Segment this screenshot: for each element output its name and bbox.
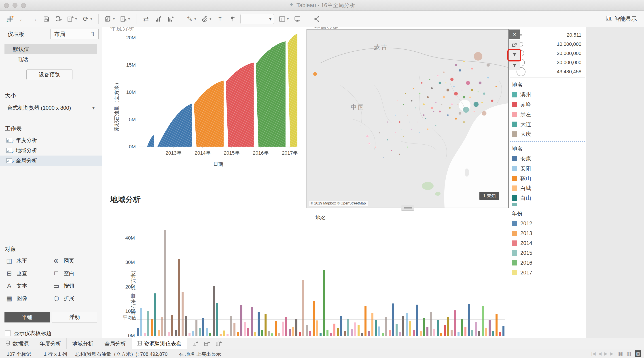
new-datasource-button[interactable] [53,13,64,25]
map-bubble-mark[interactable] [391,150,392,151]
map-bubble-mark[interactable] [422,103,425,105]
bar-mark[interactable] [196,320,198,336]
map-bubble-mark[interactable] [368,142,370,145]
redo-button[interactable]: → [28,13,40,25]
bar-mark[interactable] [396,324,398,336]
bar-mark[interactable] [382,333,384,336]
bar-mark[interactable] [264,314,266,336]
map-bubble-mark[interactable] [450,77,454,81]
bar-mark[interactable] [213,286,215,336]
bar-mark[interactable] [409,321,411,336]
show-tabs-view-button[interactable]: ▦ [618,351,623,357]
bar-mark[interactable] [330,333,332,336]
bar-mark[interactable] [323,270,325,336]
keep-only-filter-button[interactable] [509,50,520,60]
bar-mark[interactable] [192,331,194,336]
map-bubble-mark[interactable] [419,93,420,94]
size-preset-phone[interactable]: 电话 [4,54,97,64]
map-bubble-mark[interactable] [463,60,465,62]
map-bubble-mark[interactable] [478,91,479,92]
map-bubble-mark[interactable] [455,118,457,120]
bar-mark[interactable] [320,333,322,336]
bar-mark[interactable] [361,333,363,336]
deselect-close-button[interactable]: × [509,29,520,39]
map-bubble-mark[interactable] [397,100,398,101]
new-story-tab-button[interactable] [214,339,224,348]
bar-mark[interactable] [433,329,435,336]
tab-datasource[interactable]: 数据源 [0,338,34,349]
map-bubble-mark[interactable] [425,118,426,119]
bar-mark[interactable] [492,331,494,336]
legend-item[interactable]: 2015 [512,248,584,258]
legend-item[interactable]: 2016 [512,258,584,268]
map-bubble-mark[interactable] [463,107,469,113]
object-item-blank[interactable]: □空白 [52,268,100,278]
bar-mark[interactable] [454,310,456,336]
map-bubble-mark[interactable] [486,63,490,67]
bar-mark[interactable] [299,332,301,336]
map-bubble-mark[interactable] [417,122,418,122]
tab-layout[interactable]: 布局 ⇅ [50,29,98,39]
share-workbook-button[interactable] [311,13,322,25]
bar-mark[interactable] [178,259,180,336]
bar-mark[interactable] [185,316,187,336]
go-to-sheet-button[interactable] [509,40,520,50]
map-bubble-mark[interactable] [487,76,489,79]
duplicate-sheet-button[interactable] [103,13,114,25]
map-bubble-mark[interactable] [474,102,479,107]
map-bubble-mark[interactable] [471,67,473,70]
bar-mark[interactable] [464,327,466,336]
map-bubble-mark[interactable] [482,111,486,116]
map-bubble-mark[interactable] [451,103,453,105]
bar-mark[interactable] [347,319,349,336]
sort-descending-button[interactable] [164,13,176,25]
bar-mark[interactable] [354,323,356,336]
bar-mark[interactable] [423,318,425,336]
tiled-button[interactable]: 平铺 [4,312,50,323]
highlight-caret-icon[interactable]: ▾ [194,16,198,21]
map-bubble-mark[interactable] [421,82,422,84]
bar-mark[interactable] [306,325,308,336]
map-bubble-mark[interactable] [483,92,486,95]
map-bubble-mark[interactable] [491,99,494,102]
bar-mark[interactable] [292,327,294,336]
bar-mark[interactable] [378,327,380,336]
bar-mark[interactable] [399,332,401,336]
legend-item[interactable]: 2012 [512,219,584,228]
object-item-extension[interactable]: ⬡扩展 [52,293,100,303]
bar-mark[interactable] [140,308,142,336]
object-item-text[interactable]: A文本 [5,281,52,291]
map-bubble-mark[interactable] [459,69,461,72]
bar-mark[interactable] [502,326,504,336]
object-item-horizontal[interactable]: ◫水平 [5,256,52,266]
map-worksheet[interactable]: 蒙古 中国 © 2019 Mapbox © OpenStreetMap 1 未知 [306,29,509,208]
bar-mark[interactable] [285,317,287,336]
refresh-datasource-button[interactable]: ⟳ [80,13,91,25]
map-bubble-mark[interactable] [409,122,410,122]
tab-dashboard[interactable]: 仪表板 [3,30,29,38]
close-window-button[interactable] [4,3,9,8]
bar-mark[interactable] [278,333,280,336]
map-bubble-mark[interactable] [399,154,400,155]
bar-mark[interactable] [202,318,204,336]
show-title-checkbox[interactable] [5,330,11,336]
bar-mark[interactable] [289,329,291,336]
tooltip-menu-caret-button[interactable]: ▾ [509,60,520,70]
map-bubble-mark[interactable] [495,86,497,87]
sidebar-sheet-item[interactable]: ✓地域分析 [0,145,102,156]
size-legend-card[interactable]: 20,51110,000,00020,000,00030,000,00043,4… [510,29,585,78]
map-bubble-mark[interactable] [407,114,408,116]
bar-mark[interactable] [413,330,415,336]
bar-mark[interactable] [499,332,501,336]
map-bubble-mark[interactable] [427,96,429,98]
bar-mark[interactable] [275,321,277,336]
bar-mark[interactable] [458,332,460,336]
average-reference-line[interactable] [137,320,505,320]
new-worksheet-button[interactable] [65,13,76,25]
bar-mark[interactable] [450,330,452,336]
last-page-button[interactable]: ▶| [610,351,615,356]
map-bubble-mark[interactable] [429,79,430,80]
map-bubble-mark[interactable] [453,86,455,87]
map-bubble-mark[interactable] [383,157,384,158]
object-item-button[interactable]: ▭按钮 [52,281,100,291]
